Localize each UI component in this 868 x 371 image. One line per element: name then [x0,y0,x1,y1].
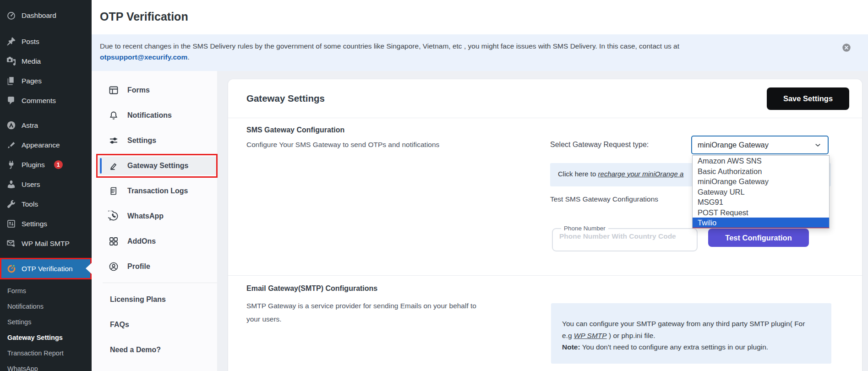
addons-grid-icon [108,236,119,247]
smtp-info-suffix: ) or php.ini file. [607,332,655,339]
sidebar-item-comments[interactable]: Comments [0,91,92,110]
plugin-nav-settings[interactable]: Settings [92,131,217,150]
sidebar-item-label: Comments [22,97,56,105]
submenu-item-forms[interactable]: Forms [0,283,92,299]
sidebar-item-media[interactable]: Media [0,51,92,71]
phone-number-legend: Phone Number [561,225,608,232]
submenu-item-notifications[interactable]: Notifications [0,299,92,314]
plugin-nav-forms[interactable]: Forms [92,81,217,99]
sidebar-divider [103,283,217,283]
dropdown-option-twilio[interactable]: Twilio [693,218,829,228]
forms-icon [108,85,119,96]
licensing-plans-link[interactable]: Licensing Plans [92,290,217,309]
pen-icon [108,160,119,171]
chevron-down-icon [813,141,822,149]
sidebar-item-otp-verification[interactable]: OTP Verification [0,258,92,279]
notice-text: Due to recent changes in the SMS Deliver… [100,42,679,50]
sidebar-item-label: Pages [22,77,42,85]
test-sms-heading: Test SMS Gateway Configurations [550,195,658,203]
sidebar-item-dashboard[interactable]: Dashboard [0,5,92,25]
wp-smtp-link[interactable]: WP SMTP [574,332,607,339]
plugin-nav-addons[interactable]: AddOns [92,232,217,251]
comment-icon [6,96,16,105]
sms-section-title: SMS Gateway Configuration [246,126,439,134]
plugin-nav-label: Gateway Settings [127,162,188,170]
divider [228,275,862,276]
plugin-nav-label: Profile [127,262,150,271]
sidebar-item-label: OTP Verification [22,265,73,273]
sidebar-item-users[interactable]: Users [0,175,92,194]
whatsapp-icon [108,211,119,222]
sidebar-item-label: Users [22,180,40,189]
media-icon [6,56,16,66]
wp-admin-sidebar: Dashboard Posts Media Pages Comments Ast… [0,0,92,371]
otp-submenu: Forms Notifications Settings Gateway Set… [0,283,92,371]
page-title: OTP Verification [92,0,868,23]
recharge-prefix: Click here to [558,170,598,178]
sidebar-item-tools[interactable]: Tools [0,194,92,214]
phone-number-input[interactable] [557,232,692,243]
phone-number-field: Phone Number [552,225,698,251]
plugin-nav-whatsapp[interactable]: WhatsApp [92,207,217,225]
faqs-link[interactable]: FAQs [92,316,217,334]
recharge-link[interactable]: recharge your miniOrange a [598,170,684,178]
dashboard-icon [6,11,16,20]
gateway-type-dropdown-list: Amazon AWS SNS Basic Authorization miniO… [692,155,830,229]
dropdown-option-gateway-url[interactable]: Gateway URL [693,187,829,197]
bell-icon [108,110,119,121]
dropdown-option-amazon-aws-sns[interactable]: Amazon AWS SNS [693,156,829,166]
profile-icon [108,261,119,272]
note-label: Note: [562,343,580,351]
plugin-nav-profile[interactable]: Profile [92,257,217,276]
sidebar-item-label: Appearance [22,141,60,149]
plugin-nav-gateway-settings[interactable]: Gateway Settings [92,157,217,175]
plugin-nav-notifications[interactable]: Notifications [92,106,217,125]
sidebar-item-label: Media [22,57,41,65]
dropdown-option-miniorange-gateway[interactable]: miniOrange Gateway [693,176,829,187]
submenu-item-gateway-settings[interactable]: Gateway Settings [0,330,92,345]
dropdown-option-post-request[interactable]: POST Request [693,207,829,218]
plugin-nav-label: WhatsApp [127,212,164,220]
sidebar-item-appearance[interactable]: Appearance [0,135,92,155]
sidebar-item-settings[interactable]: Settings [0,214,92,234]
sidebar-item-wp-mail-smtp[interactable]: WP Mail SMTP [0,234,92,253]
pin-icon [6,37,16,46]
sidebar-item-pages[interactable]: Pages [0,71,92,91]
sidebar-item-plugins[interactable]: Plugins 1 [0,155,92,175]
support-email-link[interactable]: otpsupport@xecurify.com [100,53,187,61]
email-section-title: Email Gateway(SMTP) Configurations [246,284,485,293]
panel-title: Gateway Settings [246,93,325,104]
plugin-icon [6,160,16,169]
email-section-description: SMTP Gateway is a service provider for s… [246,299,485,326]
dropdown-option-basic-authorization[interactable]: Basic Authorization [693,166,829,177]
email-gateway-section: Email Gateway(SMTP) Configurations SMTP … [246,284,485,326]
plugins-update-badge: 1 [54,160,63,169]
close-icon[interactable] [841,43,852,53]
plugin-sidebar: Forms Notifications Settings Gateway Set… [92,71,218,371]
gateway-request-type-select[interactable]: miniOrange Gateway [691,136,829,154]
sidebar-item-posts[interactable]: Posts [0,32,92,51]
sidebar-item-label: WP Mail SMTP [22,240,70,248]
smtp-note: Note: You don't need to configure any ex… [562,341,812,353]
smtp-info-box: You can configure your SMTP gateway from… [551,303,831,364]
save-settings-button[interactable]: Save Settings [767,87,849,110]
smtp-info-text: You can configure your SMTP gateway from… [562,318,812,341]
sliders-icon [108,135,119,146]
page-header: OTP Verification [92,0,868,34]
envelope-icon [6,239,16,248]
plugin-nav-label: Forms [127,86,150,94]
settings-icon [6,219,16,229]
submenu-item-transaction-report[interactable]: Transaction Report [0,345,92,361]
sidebar-item-label: Tools [22,200,38,208]
dropdown-option-msg91[interactable]: MSG91 [693,197,829,207]
sidebar-item-label: Posts [22,38,39,46]
gateway-request-type-label: Select Gateway Request type: [550,141,649,149]
sidebar-item-label: Settings [22,220,47,228]
need-a-demo-link[interactable]: Need a Demo? [92,341,217,359]
sidebar-item-astra[interactable]: Astra [0,115,92,135]
plugin-nav-transaction-logs[interactable]: Transaction Logs [92,182,217,200]
otp-verification-icon [6,264,16,274]
submenu-item-whatsapp[interactable]: WhatsApp [0,361,92,371]
test-configuration-button[interactable]: Test Configuration [708,229,809,247]
submenu-item-settings[interactable]: Settings [0,314,92,330]
